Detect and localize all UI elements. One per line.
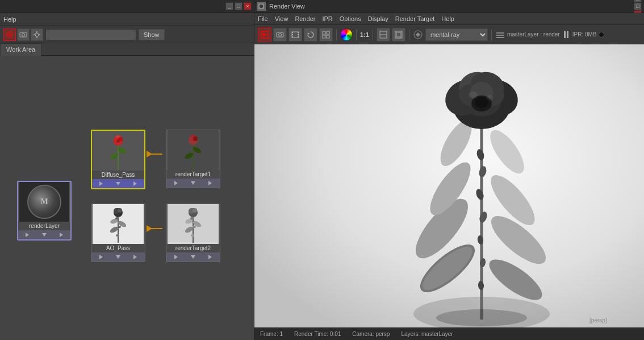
rv-maximize-button[interactable]: □ <box>634 2 642 10</box>
svg-point-25 <box>193 136 198 141</box>
camera-label: Camera: persp <box>352 331 390 337</box>
rv-toggle2-button[interactable] <box>392 28 405 42</box>
svg-rect-64 <box>323 35 325 38</box>
svg-point-33 <box>118 208 122 213</box>
render-layer-controls <box>18 230 70 239</box>
svg-point-106 <box>487 95 494 101</box>
menu-file[interactable]: File <box>258 15 268 22</box>
svg-point-24 <box>189 137 193 142</box>
rt1-play-left[interactable] <box>174 181 178 185</box>
svg-point-49 <box>260 5 263 8</box>
toolbar-separator-2 <box>356 29 357 40</box>
help-bar: Help <box>0 13 254 26</box>
ao-tri-down[interactable] <box>116 255 120 259</box>
render-icon-btn[interactable] <box>3 28 16 41</box>
work-area-tab[interactable]: Work Area <box>0 43 41 56</box>
settings-icon-btn[interactable] <box>31 28 43 41</box>
menu-options[interactable]: Options <box>340 15 361 22</box>
menu-render-target[interactable]: Render Target <box>395 15 435 22</box>
status-dot <box>599 32 604 38</box>
dp-play-right[interactable] <box>133 181 137 186</box>
render-view-titlebar: Render View _ □ × <box>254 0 644 13</box>
rv-palette-button[interactable] <box>340 28 353 41</box>
svg-rect-56 <box>292 34 293 35</box>
svg-point-45 <box>190 217 194 219</box>
svg-point-17 <box>116 139 120 143</box>
render-view-status-bar: Frame: 1 Render Time: 0:01 Camera: persp… <box>254 327 644 340</box>
play-right-icon[interactable] <box>60 233 63 237</box>
toolbar-separator-5 <box>491 29 492 40</box>
maya-logo: M <box>27 185 61 219</box>
svg-rect-71 <box>496 32 504 34</box>
minimize-button[interactable]: _ <box>225 2 233 10</box>
show-button[interactable]: Show <box>139 29 165 40</box>
rv-ratio-label: 1:1 <box>360 31 369 38</box>
rv-refresh-button[interactable] <box>304 28 317 42</box>
render-layer-node[interactable]: M renderLayer <box>17 181 72 241</box>
menu-ipr[interactable]: IPR <box>322 15 332 22</box>
master-layer-label: masterLayer : render <box>507 31 560 38</box>
render-target1-label: renderTarget1 <box>166 170 220 179</box>
rv-render-button[interactable] <box>258 28 271 42</box>
svg-rect-73 <box>496 37 504 38</box>
rt2-tri-down[interactable] <box>191 255 195 259</box>
render-view-panel: Render View _ □ × File View Render IPR O… <box>254 0 644 340</box>
ao-play-right[interactable] <box>133 255 137 259</box>
rv-grid-button[interactable] <box>319 28 333 42</box>
menu-help[interactable]: Help <box>441 15 454 22</box>
svg-point-46 <box>193 226 196 228</box>
svg-point-3 <box>22 33 25 36</box>
diffuse-pass-thumbnail <box>93 131 144 171</box>
menu-display[interactable]: Display <box>368 15 388 22</box>
svg-point-47 <box>191 234 194 237</box>
frame-label: Frame: 1 <box>260 331 283 337</box>
rt2-play-right[interactable] <box>208 255 212 259</box>
toolbar-separator-3 <box>373 29 373 40</box>
svg-rect-69 <box>396 32 401 37</box>
render-target2-thumbnail <box>168 204 219 244</box>
rt2-play-left[interactable] <box>174 255 178 259</box>
render-target2-node[interactable]: renderTarget2 <box>166 204 220 262</box>
render-target1-node[interactable]: renderTarget1 <box>166 130 220 188</box>
rv-toggle1-button[interactable] <box>377 28 390 42</box>
svg-text:[persp]: [persp] <box>589 317 607 324</box>
node-canvas: M renderLayer <box>0 56 254 340</box>
render-target1-thumbnail <box>168 130 219 170</box>
rt1-tri-down[interactable] <box>191 181 195 185</box>
svg-point-4 <box>35 33 39 36</box>
ao-pass-node[interactable]: AO_Pass <box>91 204 145 262</box>
svg-rect-58 <box>298 32 299 33</box>
rv-film-button[interactable] <box>288 28 302 42</box>
render-view-title: Render View <box>269 3 305 10</box>
rt1-play-right[interactable] <box>208 181 212 185</box>
ao-play-left[interactable] <box>99 255 103 259</box>
play-left-icon[interactable] <box>26 233 29 237</box>
dp-tri-down[interactable] <box>116 182 120 185</box>
work-area-tab-bar: Work Area <box>0 43 254 56</box>
svg-point-36 <box>116 234 119 237</box>
svg-point-107 <box>436 309 527 326</box>
left-win-buttons: _ □ × <box>225 2 252 10</box>
render-engine-select[interactable]: mental ray Maya Software Maya Hardware <box>425 28 488 41</box>
svg-marker-61 <box>307 33 310 35</box>
rt1-controls <box>166 179 220 188</box>
svg-point-44 <box>193 208 197 213</box>
dp-play-left[interactable] <box>99 181 103 186</box>
search-input[interactable] <box>45 29 136 40</box>
maximize-button[interactable]: □ <box>235 2 242 10</box>
svg-rect-63 <box>327 31 329 34</box>
svg-point-34 <box>115 217 119 219</box>
svg-rect-60 <box>298 36 299 38</box>
svg-rect-62 <box>323 31 325 34</box>
svg-point-1 <box>9 34 11 36</box>
svg-point-104 <box>475 97 488 108</box>
diffuse-pass-label: Diffuse_Pass <box>92 171 144 179</box>
rv-camera-button[interactable] <box>273 28 287 42</box>
diffuse-pass-node[interactable]: Diffuse_Pass <box>91 130 145 189</box>
tri-down-icon[interactable] <box>42 233 47 237</box>
render-target2-label: renderTarget2 <box>166 244 220 252</box>
close-button[interactable]: × <box>244 2 252 10</box>
camera-icon-btn[interactable] <box>17 28 30 41</box>
menu-render[interactable]: Render <box>295 15 315 22</box>
menu-view[interactable]: View <box>275 15 288 22</box>
